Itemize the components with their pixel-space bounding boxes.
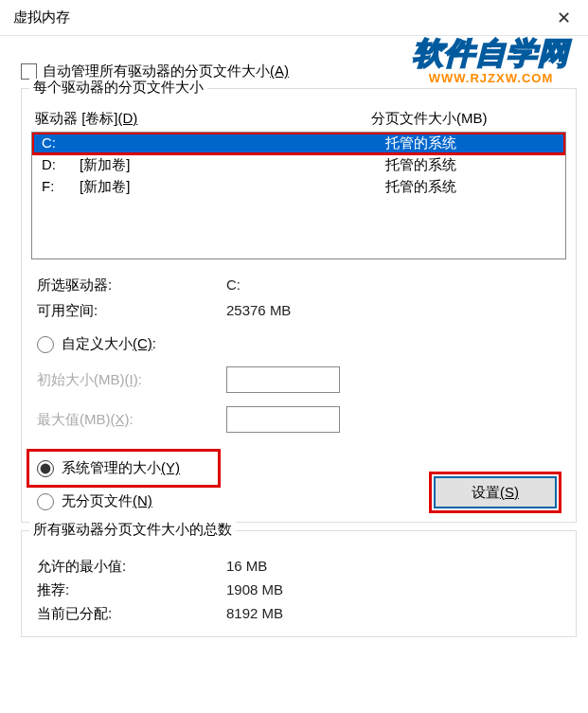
col-size: 分页文件大小(MB) [371, 110, 561, 128]
drive-list[interactable]: C: 托管的系统 D: [新加卷] 托管的系统 F: [新加卷] 托管的系统 [31, 132, 566, 259]
selected-drive-value: C: [226, 276, 566, 294]
custom-size-label: 自定义大小(C): [62, 335, 156, 353]
auto-manage-checkbox[interactable] [21, 63, 37, 80]
col-drive: 驱动器 [卷标](D) [35, 110, 371, 128]
max-size-label: 最大值(MB)(X): [37, 411, 226, 429]
min-label: 允许的最小值: [37, 558, 226, 576]
set-button[interactable]: 设置(S) [434, 476, 557, 508]
initial-size-input[interactable] [226, 366, 340, 393]
cur-value: 8192 MB [226, 605, 566, 623]
rec-value: 1908 MB [226, 581, 566, 599]
drive-group: 每个驱动器的分页文件大小 驱动器 [卷标](D) 分页文件大小(MB) C: 托… [21, 88, 577, 523]
rec-label: 推荐: [37, 581, 226, 599]
min-value: 16 MB [226, 558, 566, 576]
no-paging-radio[interactable] [37, 493, 54, 510]
free-space-value: 25376 MB [226, 302, 566, 320]
titlebar: 虚拟内存 ✕ [0, 0, 588, 36]
drive-row[interactable]: F: [新加卷] 托管的系统 [32, 176, 565, 198]
drive-row[interactable]: C: 托管的系统 [32, 133, 565, 154]
totals-group-label: 所有驱动器分页文件大小的总数 [29, 521, 236, 539]
max-size-input[interactable] [226, 406, 340, 433]
initial-size-label: 初始大小(MB)(I): [37, 371, 226, 389]
system-managed-radio[interactable] [37, 460, 54, 477]
window-title: 虚拟内存 [13, 9, 70, 27]
selected-drive-label: 所选驱动器: [37, 276, 226, 294]
system-managed-label: 系统管理的大小(Y) [62, 459, 180, 477]
drive-list-header: 驱动器 [卷标](D) 分页文件大小(MB) [31, 110, 566, 132]
close-icon[interactable]: ✕ [550, 8, 577, 28]
totals-group: 所有驱动器分页文件大小的总数 允许的最小值: 16 MB 推荐: 1908 MB… [21, 530, 577, 637]
custom-size-radio[interactable] [37, 336, 54, 353]
cur-label: 当前已分配: [37, 605, 226, 623]
drive-row[interactable]: D: [新加卷] 托管的系统 [32, 154, 565, 176]
no-paging-label: 无分页文件(N) [62, 492, 152, 510]
drive-group-label: 每个驱动器的分页文件大小 [29, 79, 207, 97]
free-space-label: 可用空间: [37, 302, 226, 320]
